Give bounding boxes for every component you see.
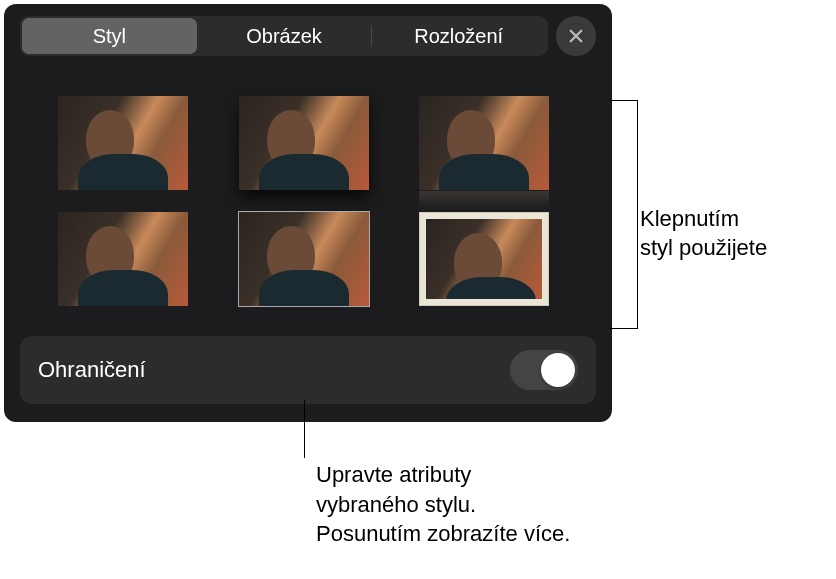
thumb-image	[239, 96, 369, 190]
callout-bracket	[610, 100, 638, 328]
thumb-image	[58, 212, 188, 306]
style-thumb-shadow[interactable]	[239, 96, 369, 190]
thumb-image	[419, 96, 549, 190]
callout-line: Upravte atributy	[316, 460, 570, 490]
switch-knob	[541, 353, 575, 387]
thumb-image	[58, 96, 188, 190]
callout-line: vybraného stylu.	[316, 490, 570, 520]
callout-line: styl použijete	[640, 234, 767, 263]
callout-bottom-text: Upravte atributy vybraného stylu. Posunu…	[316, 460, 570, 549]
callout-line: Posunutím zobrazíte více.	[316, 519, 570, 549]
panel-header: Styl Obrázek Rozložení	[20, 16, 596, 56]
style-thumb-plain2[interactable]	[58, 212, 188, 306]
callout-right-text: Klepnutím styl použijete	[640, 205, 767, 262]
tab-style[interactable]: Styl	[22, 18, 197, 54]
style-thumb-reflect[interactable]	[419, 96, 549, 190]
format-panel: Styl Obrázek Rozložení Ohraničení	[4, 4, 612, 422]
border-label: Ohraničení	[38, 357, 146, 383]
border-toggle[interactable]	[510, 350, 578, 390]
callout-line: Klepnutím	[640, 205, 767, 234]
thumb-image	[426, 219, 542, 299]
thumb-image	[239, 212, 369, 306]
style-thumb-plain[interactable]	[58, 96, 188, 190]
tab-layout[interactable]: Rozložení	[371, 18, 546, 54]
close-icon	[567, 27, 585, 45]
callout-bracket-tick	[610, 328, 638, 329]
tab-segmented-control: Styl Obrázek Rozložení	[20, 16, 548, 56]
tab-image[interactable]: Obrázek	[197, 18, 372, 54]
close-button[interactable]	[556, 16, 596, 56]
style-grid	[20, 96, 596, 306]
border-option-row: Ohraničení	[20, 336, 596, 404]
style-thumb-frame[interactable]	[419, 212, 549, 306]
callout-bracket-tick	[610, 100, 638, 101]
style-thumb-line[interactable]	[239, 212, 369, 306]
callout-leader-line	[304, 400, 305, 458]
